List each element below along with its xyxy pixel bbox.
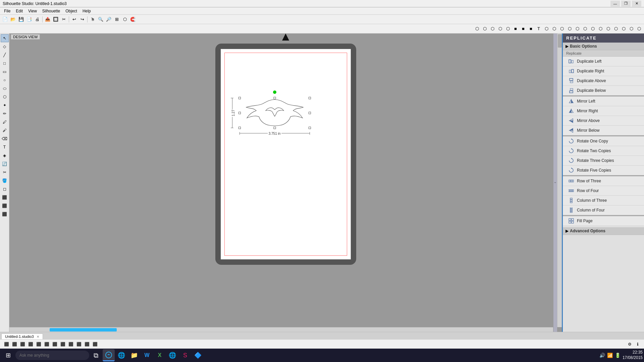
menu-silhouette[interactable]: Silhouette bbox=[40, 8, 63, 14]
calligraphy-tool[interactable]: 🖋 bbox=[1, 126, 9, 134]
settings-button[interactable]: ⚙ bbox=[626, 341, 633, 348]
tool-r5[interactable]: ⬡ bbox=[504, 25, 512, 33]
rect-tool[interactable]: □ bbox=[1, 59, 9, 67]
page-area[interactable]: 3.751 in 1.27 bbox=[221, 49, 351, 259]
status-tool-12[interactable]: ⬛ bbox=[91, 341, 99, 348]
col-three-item[interactable]: Column of Three bbox=[563, 196, 644, 205]
circle-tool[interactable]: ○ bbox=[1, 76, 9, 84]
status-tool-5[interactable]: ⬛ bbox=[35, 341, 42, 348]
redo-button[interactable]: ↪ bbox=[78, 16, 86, 23]
selected-object[interactable]: 3.751 in 1.27 bbox=[239, 98, 310, 128]
status-tool-4[interactable]: ⬛ bbox=[27, 341, 34, 348]
rotate-one-item[interactable]: Rotate One Copy bbox=[563, 136, 644, 146]
duplicate-below-item[interactable]: Duplicate Below bbox=[563, 86, 644, 96]
status-tool-2[interactable]: ⬛ bbox=[11, 341, 18, 348]
mirror-below-item[interactable]: Mirror Below bbox=[563, 126, 644, 135]
vertical-scrollbar[interactable] bbox=[557, 34, 562, 327]
status-tool-3[interactable]: ⬛ bbox=[19, 341, 26, 348]
explorer-button[interactable]: 📁 bbox=[128, 349, 140, 361]
tool-r16[interactable]: ⬡ bbox=[589, 25, 596, 33]
horizontal-scrollbar[interactable] bbox=[9, 327, 557, 332]
row-three-item[interactable]: Row of Three bbox=[563, 176, 644, 186]
canvas-area[interactable]: DESIGN VIEW ▲ bbox=[9, 34, 562, 332]
info-button[interactable]: ℹ bbox=[634, 341, 641, 348]
fill-page-item[interactable]: Fill Page bbox=[563, 216, 644, 226]
menu-view[interactable]: View bbox=[25, 8, 40, 14]
close-button[interactable]: ✕ bbox=[632, 1, 641, 7]
sketch-tool[interactable]: ◻ bbox=[1, 185, 9, 193]
app-button[interactable]: 🔷 bbox=[192, 349, 204, 361]
status-tool-10[interactable]: ⬛ bbox=[75, 341, 83, 348]
knife-tool[interactable]: ✂ bbox=[1, 168, 9, 176]
status-tool-9[interactable]: ⬛ bbox=[67, 341, 74, 348]
duplicate-left-item[interactable]: Duplicate Left bbox=[563, 57, 644, 66]
tool-r12[interactable]: ⬡ bbox=[558, 25, 566, 33]
rotation-handle[interactable] bbox=[273, 90, 276, 94]
save-as-button[interactable]: 📑 bbox=[25, 16, 33, 23]
mirror-right-item[interactable]: Mirror Right bbox=[563, 106, 644, 116]
status-tool-1[interactable]: ⬛ bbox=[3, 341, 10, 348]
tool-r8[interactable]: ■ bbox=[527, 25, 535, 33]
tool-r17[interactable]: ⬡ bbox=[597, 25, 604, 33]
tool-r1[interactable]: ⬡ bbox=[473, 25, 481, 33]
row-four-item[interactable]: Row of Four bbox=[563, 186, 644, 196]
print-button[interactable]: 🖨 bbox=[34, 16, 41, 23]
cursor-button[interactable]: 🖱 bbox=[89, 16, 96, 23]
collapse-button[interactable]: › bbox=[553, 34, 557, 332]
tool-r21[interactable]: ⬡ bbox=[628, 25, 635, 33]
text-tool[interactable]: T bbox=[1, 143, 9, 151]
pencil-tool[interactable]: 🖊 bbox=[1, 118, 9, 126]
menu-object[interactable]: Object bbox=[63, 8, 80, 14]
tool-r14[interactable]: ⬡ bbox=[574, 25, 581, 33]
tool-r22[interactable]: ⬡ bbox=[635, 25, 643, 33]
excel-button[interactable]: X bbox=[154, 349, 166, 361]
tool-r3[interactable]: ⬡ bbox=[489, 25, 496, 33]
tool-r11[interactable]: ⬡ bbox=[550, 25, 558, 33]
star-tool[interactable]: ✦ bbox=[1, 101, 9, 109]
tool-r15[interactable]: ⬡ bbox=[581, 25, 589, 33]
media-tool[interactable]: ⬛ bbox=[1, 193, 9, 201]
tool-r20[interactable]: ⬡ bbox=[620, 25, 627, 33]
cut-settings-button[interactable]: ✂ bbox=[60, 16, 67, 23]
select-tool[interactable]: ↖ bbox=[1, 34, 9, 42]
tab-close-icon[interactable]: ✕ bbox=[37, 335, 39, 339]
layers-tool[interactable]: ⬛ bbox=[1, 202, 9, 210]
task-view-button[interactable]: ⧉ bbox=[90, 349, 102, 361]
tool-r19[interactable]: ⬡ bbox=[612, 25, 620, 33]
zoom-fit-button[interactable]: ⊞ bbox=[113, 16, 120, 23]
send-button[interactable]: 📤 bbox=[44, 16, 51, 23]
open-button[interactable]: 📂 bbox=[9, 16, 17, 23]
tool-r13[interactable]: ⬡ bbox=[566, 25, 573, 33]
tool-r6[interactable]: ■ bbox=[512, 25, 519, 33]
col-four-item[interactable]: Column of Four bbox=[563, 205, 644, 215]
eraser-tool[interactable]: ⌫ bbox=[1, 135, 9, 143]
trace-button[interactable]: 🔲 bbox=[52, 16, 59, 23]
status-tool-11[interactable]: ⬛ bbox=[83, 341, 91, 348]
duplicate-right-item[interactable]: Duplicate Right bbox=[563, 66, 644, 76]
warp-tool[interactable]: 🔄 bbox=[1, 160, 9, 168]
fill-tool[interactable]: 🪣 bbox=[1, 177, 9, 185]
grid-button[interactable]: ⬡ bbox=[121, 16, 128, 23]
mirror-above-item[interactable]: Mirror Above bbox=[563, 116, 644, 126]
color-tool[interactable]: ⬛ bbox=[1, 210, 9, 218]
minimize-button[interactable]: — bbox=[610, 1, 620, 7]
3d-tool[interactable]: ◈ bbox=[1, 152, 9, 160]
line-tool[interactable]: ╱ bbox=[1, 51, 9, 59]
ellipse-tool[interactable]: ⬭ bbox=[1, 84, 9, 93]
tool-r7[interactable]: ■ bbox=[520, 25, 527, 33]
rounded-rect-tool[interactable]: ▭ bbox=[1, 68, 9, 76]
tool-r4[interactable]: ⬡ bbox=[496, 25, 504, 33]
polygon-tool[interactable]: ⬡ bbox=[1, 93, 9, 101]
freehand-tool[interactable]: ✏ bbox=[1, 110, 9, 118]
tab-untitled[interactable]: Untitled-1.studio3 ✕ bbox=[1, 334, 43, 339]
start-button[interactable]: ⊞ bbox=[1, 349, 15, 361]
status-tool-7[interactable]: ⬛ bbox=[51, 341, 58, 348]
vscroll-thumb[interactable] bbox=[558, 34, 562, 48]
menu-edit[interactable]: Edit bbox=[13, 8, 25, 14]
snap-button[interactable]: 🧲 bbox=[129, 16, 137, 23]
tool-r2[interactable]: ⬡ bbox=[481, 25, 488, 33]
menu-file[interactable]: File bbox=[1, 8, 13, 14]
status-tool-8[interactable]: ⬛ bbox=[59, 341, 66, 348]
chrome-button[interactable]: 🌐 bbox=[166, 349, 178, 361]
basic-options-header[interactable]: ▶ Basic Options bbox=[563, 43, 644, 50]
